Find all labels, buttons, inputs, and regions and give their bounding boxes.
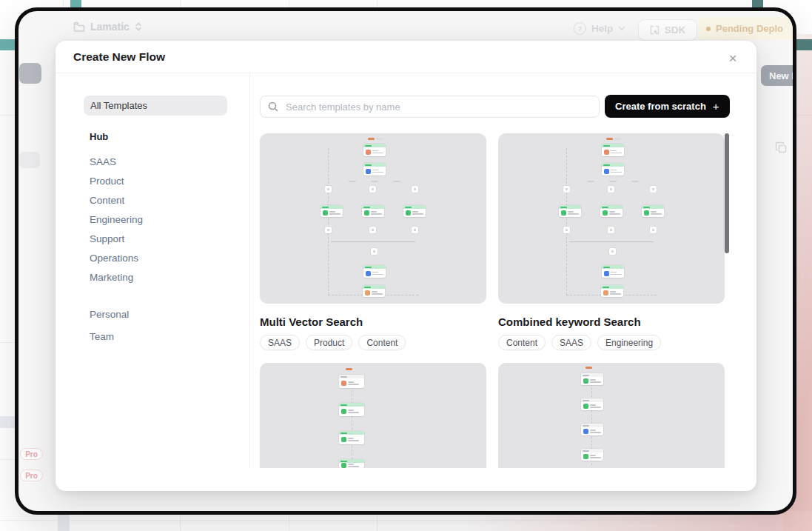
pro-badge: Pro — [20, 470, 43, 481]
flow-trigger-mark — [376, 138, 383, 140]
sidebar-item-engineering[interactable]: Engineering — [90, 214, 143, 225]
flow-node — [601, 285, 623, 297]
scrollbar[interactable] — [725, 126, 730, 468]
sidebar-item-operations[interactable]: Operations — [90, 253, 138, 264]
flow-branch-label — [393, 181, 400, 182]
pro-badge-label: Pro — [25, 472, 38, 480]
scrollbar-thumb[interactable] — [725, 133, 729, 253]
template-card-combined-keyword-search[interactable]: Combined keyword Search Content SAAS Eng… — [498, 133, 725, 350]
flow-connector-node — [650, 186, 657, 193]
flow-branch-label — [371, 181, 378, 182]
flow-node — [581, 449, 603, 461]
sidebar-item-product[interactable]: Product — [90, 176, 124, 187]
help-label: Help — [591, 23, 613, 34]
template-preview — [260, 133, 486, 304]
new-flow-label: New F — [769, 70, 796, 81]
close-icon[interactable]: × — [725, 50, 741, 67]
flow-trigger-mark — [585, 367, 592, 369]
sdk-button[interactable]: SDK — [638, 19, 697, 41]
tag: Content — [498, 335, 546, 350]
flow-connector-node — [371, 248, 378, 255]
template-grid-viewport: Multi Vector Search SAAS Product Content… — [260, 126, 730, 468]
sidebar-item-saas[interactable]: SAAS — [90, 156, 116, 167]
flow-connector-node — [325, 186, 332, 193]
flow-node — [363, 163, 386, 176]
divider — [56, 73, 756, 73]
flow-branch-label — [587, 181, 594, 182]
sidebar-heading-hub: Hub — [90, 131, 108, 142]
search-input[interactable] — [284, 101, 591, 113]
flow-connector-node — [650, 227, 657, 233]
flow-connector-node — [608, 186, 614, 193]
sdk-label: SDK — [665, 24, 686, 36]
sidebar-item-team[interactable]: Team — [90, 331, 114, 342]
create-new-flow-modal: Create New Flow × All Templates Hub SAAS… — [56, 41, 756, 491]
help-menu[interactable]: ? Help — [574, 22, 625, 35]
flow-node — [602, 163, 624, 176]
template-preview — [498, 133, 725, 304]
sidebar-item-support[interactable]: Support — [90, 233, 124, 244]
template-card-multi-vector-search[interactable]: Multi Vector Search SAAS Product Content — [260, 133, 486, 350]
flow-connector-line — [569, 241, 654, 242]
sidebar-item-personal[interactable]: Personal — [90, 309, 129, 320]
flow-connector-node — [325, 227, 332, 233]
pro-badge: Pro — [20, 448, 43, 460]
sidebar-toggle-pill[interactable] — [19, 63, 41, 84]
app-frame: Lamatic ? Help SDK Pending Deplo New F P… — [15, 7, 796, 515]
all-templates-label: All Templates — [90, 100, 147, 111]
sidebar-item-content[interactable]: Content — [90, 195, 124, 206]
pending-deployment-button[interactable]: Pending Deplo — [698, 17, 794, 40]
flow-connector-node — [609, 248, 616, 255]
template-tags: Content SAAS Engineering — [498, 335, 725, 350]
flow-node — [339, 459, 364, 468]
flow-node — [363, 265, 386, 278]
flow-connector-line — [331, 241, 415, 242]
search-icon — [268, 101, 278, 112]
flow-node — [602, 265, 624, 278]
tag: Engineering — [597, 335, 661, 350]
flow-trigger-mark — [614, 138, 621, 140]
flow-node — [581, 424, 603, 435]
flow-node — [581, 373, 603, 385]
create-from-scratch-label: Create from scratch — [615, 101, 706, 112]
flow-node — [642, 205, 664, 217]
flow-connector-line — [352, 379, 352, 467]
flow-connector-line — [566, 148, 567, 295]
flow-node — [362, 205, 384, 217]
template-tags: SAAS Product Content — [260, 335, 486, 350]
template-category-sidebar: All Templates Hub SAAS Product Content E… — [84, 96, 227, 451]
flow-node — [363, 144, 386, 156]
flow-trigger-mark — [368, 138, 375, 140]
plus-icon: + — [713, 100, 719, 113]
copy-icon[interactable] — [775, 141, 788, 154]
sidebar-item-all-templates[interactable]: All Templates — [84, 96, 227, 116]
tag: SAAS — [260, 335, 300, 350]
flow-connector-node — [563, 227, 570, 233]
flow-node — [600, 205, 623, 217]
flow-node — [581, 398, 603, 410]
create-from-scratch-button[interactable]: Create from scratch + — [605, 95, 730, 118]
new-flow-button[interactable]: New F — [761, 65, 796, 86]
sidebar-item-marketing[interactable]: Marketing — [90, 272, 133, 283]
status-dot-icon — [706, 27, 711, 31]
flow-node — [363, 285, 385, 297]
tag: Content — [358, 335, 406, 350]
code-brackets-icon — [650, 25, 660, 35]
flow-node — [403, 205, 426, 217]
template-card[interactable] — [260, 363, 486, 468]
template-search — [260, 96, 600, 118]
flow-branch-label — [631, 181, 639, 182]
template-preview — [498, 363, 725, 468]
pro-badge-label: Pro — [25, 450, 38, 458]
tag: Product — [306, 335, 352, 350]
project-switcher[interactable]: Lamatic — [73, 21, 142, 33]
flow-connector-node — [563, 186, 570, 193]
template-card[interactable] — [498, 363, 725, 468]
template-title: Combined keyword Search — [498, 315, 725, 328]
flow-connector-line — [328, 148, 329, 295]
background-pill — [19, 152, 40, 168]
flow-connector-node — [412, 186, 418, 193]
project-name: Lamatic — [90, 21, 130, 33]
flow-trigger-mark — [346, 368, 352, 370]
flow-node — [339, 403, 364, 416]
